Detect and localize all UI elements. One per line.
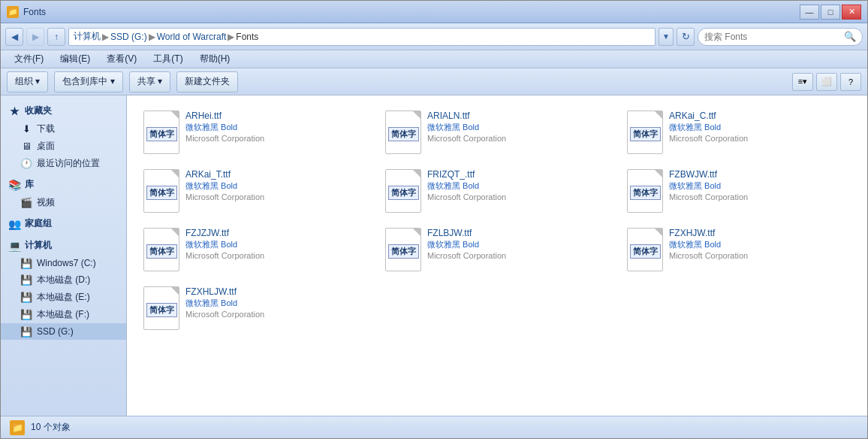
breadcrumb-sep-3: ▶ bbox=[228, 32, 234, 42]
file-detail2-6: Microsoft Corporation bbox=[185, 251, 264, 260]
file-icon-7: 简体字 bbox=[385, 228, 421, 271]
file-icon-corner bbox=[171, 287, 179, 295]
file-info-5: FZBWJW.ttf 微软雅黑 Bold Microsoft Corporati… bbox=[669, 169, 748, 201]
sidebar-homegroup-title[interactable]: 👥 家庭组 bbox=[1, 214, 126, 233]
file-info-0: ARHei.ttf 微软雅黑 Bold Microsoft Corporatio… bbox=[185, 111, 264, 143]
sidebar-section-library: 📚 库 🎬 视频 bbox=[1, 175, 126, 211]
file-name-1[interactable]: ARIALN.ttf bbox=[427, 111, 506, 121]
file-detail1-6: 微软雅黑 Bold bbox=[185, 239, 264, 250]
menu-tools[interactable]: 工具(T) bbox=[146, 51, 190, 67]
status-bar: 📁 10 个对象 bbox=[1, 416, 867, 438]
main-area: ★ 收藏夹 ⬇ 下载 🖥 桌面 🕐 最近访问的位置 bbox=[1, 95, 867, 416]
maximize-button[interactable]: □ bbox=[821, 5, 840, 20]
sidebar-videos-label: 视频 bbox=[37, 196, 55, 209]
sidebar-homegroup-label: 家庭组 bbox=[25, 217, 52, 230]
file-item[interactable]: 简体字 FRIZQT_.ttf 微软雅黑 Bold Microsoft Corp… bbox=[379, 165, 615, 217]
title-bar: 📁 Fonts — □ ✕ bbox=[1, 1, 867, 23]
file-name-3[interactable]: ARKai_T.ttf bbox=[185, 169, 264, 180]
sidebar-item-f[interactable]: 💾 本地磁盘 (F:) bbox=[1, 306, 126, 323]
drive-e-icon: 💾 bbox=[20, 292, 32, 304]
file-item[interactable]: 简体字 ARHei.ttf 微软雅黑 Bold Microsoft Corpor… bbox=[137, 106, 373, 159]
sidebar-library-title[interactable]: 📚 库 bbox=[1, 175, 126, 194]
file-item[interactable]: 简体字 FZBWJW.ttf 微软雅黑 Bold Microsoft Corpo… bbox=[621, 165, 857, 217]
file-detail1-5: 微软雅黑 Bold bbox=[669, 180, 748, 192]
close-button[interactable]: ✕ bbox=[842, 5, 861, 20]
sidebar-item-c[interactable]: 💾 Windows7 (C:) bbox=[1, 255, 126, 271]
file-name-0[interactable]: ARHei.ttf bbox=[185, 111, 264, 121]
minimize-button[interactable]: — bbox=[800, 5, 819, 20]
include-library-button[interactable]: 包含到库中 ▾ bbox=[54, 71, 122, 92]
file-icon-label: 简体字 bbox=[630, 186, 661, 200]
organize-button[interactable]: 组织 ▾ bbox=[7, 71, 48, 92]
sidebar-item-g[interactable]: 💾 SSD (G:) bbox=[1, 323, 126, 340]
file-name-7[interactable]: FZLBJW.ttf bbox=[427, 228, 506, 238]
sidebar: ★ 收藏夹 ⬇ 下载 🖥 桌面 🕐 最近访问的位置 bbox=[1, 95, 127, 416]
sidebar-section-favorites: ★ 收藏夹 ⬇ 下载 🖥 桌面 🕐 最近访问的位置 bbox=[1, 101, 126, 172]
file-item[interactable]: 简体字 ARKai_T.ttf 微软雅黑 Bold Microsoft Corp… bbox=[137, 165, 373, 217]
sidebar-desktop-label: 桌面 bbox=[37, 140, 55, 153]
help-button[interactable]: ? bbox=[840, 73, 861, 91]
sidebar-computer-title[interactable]: 💻 计算机 bbox=[1, 236, 126, 255]
sidebar-item-d[interactable]: 💾 本地磁盘 (D:) bbox=[1, 271, 126, 289]
file-detail1-4: 微软雅黑 Bold bbox=[427, 180, 506, 192]
file-item[interactable]: 简体字 ARIALN.ttf 微软雅黑 Bold Microsoft Corpo… bbox=[379, 106, 615, 159]
file-info-2: ARKai_C.ttf 微软雅黑 Bold Microsoft Corporat… bbox=[669, 111, 748, 143]
breadcrumb-ssd[interactable]: SSD (G:) bbox=[110, 32, 147, 42]
up-button[interactable]: ↑ bbox=[47, 28, 65, 46]
downloads-icon: ⬇ bbox=[20, 123, 32, 135]
desktop-icon: 🖥 bbox=[20, 141, 32, 153]
menu-help[interactable]: 帮助(H) bbox=[192, 51, 238, 67]
file-icon-corner bbox=[655, 229, 662, 236]
file-item[interactable]: 简体字 FZXHJW.ttf 微软雅黑 Bold Microsoft Corpo… bbox=[621, 223, 857, 276]
sidebar-item-recent[interactable]: 🕐 最近访问的位置 bbox=[1, 155, 126, 172]
sidebar-item-e[interactable]: 💾 本地磁盘 (E:) bbox=[1, 289, 126, 306]
file-item[interactable]: 简体字 FZXHLJW.ttf 微软雅黑 Bold Microsoft Corp… bbox=[137, 282, 373, 335]
menu-edit[interactable]: 编辑(E) bbox=[53, 51, 98, 67]
file-icon-label: 简体字 bbox=[146, 244, 177, 259]
file-item[interactable]: 简体字 FZJZJW.ttf 微软雅黑 Bold Microsoft Corpo… bbox=[137, 223, 373, 276]
preview-pane-button[interactable]: ⬜ bbox=[816, 73, 837, 91]
file-name-2[interactable]: ARKai_C.ttf bbox=[669, 111, 748, 121]
status-icon: 📁 bbox=[10, 420, 25, 435]
file-name-9[interactable]: FZXHLJW.ttf bbox=[185, 286, 264, 297]
file-item[interactable]: 简体字 FZLBJW.ttf 微软雅黑 Bold Microsoft Corpo… bbox=[379, 223, 615, 276]
file-info-1: ARIALN.ttf 微软雅黑 Bold Microsoft Corporati… bbox=[427, 111, 506, 143]
share-button[interactable]: 共享 ▾ bbox=[129, 71, 170, 92]
breadcrumb-wow[interactable]: World of Warcraft bbox=[157, 32, 227, 42]
file-icon-3: 简体字 bbox=[143, 169, 179, 213]
sidebar-item-desktop[interactable]: 🖥 桌面 bbox=[1, 138, 126, 155]
file-name-8[interactable]: FZXHJW.ttf bbox=[669, 228, 748, 238]
back-button[interactable]: ◀ bbox=[5, 28, 23, 46]
forward-button[interactable]: ▶ bbox=[26, 28, 44, 46]
sidebar-computer-label: 计算机 bbox=[25, 239, 52, 252]
breadcrumb: 计算机 ▶ SSD (G:) ▶ World of Warcraft ▶ Fon… bbox=[68, 28, 656, 46]
view-options-button[interactable]: ≡▾ bbox=[792, 73, 813, 91]
file-detail2-1: Microsoft Corporation bbox=[427, 134, 506, 143]
file-item[interactable]: 简体字 ARKai_C.ttf 微软雅黑 Bold Microsoft Corp… bbox=[621, 106, 857, 159]
file-icon-label: 简体字 bbox=[388, 186, 419, 200]
breadcrumb-fonts[interactable]: Fonts bbox=[236, 32, 258, 42]
file-name-5[interactable]: FZBWJW.ttf bbox=[669, 169, 748, 180]
search-input[interactable] bbox=[704, 32, 841, 42]
file-icon-corner bbox=[413, 229, 420, 236]
menu-file[interactable]: 文件(F) bbox=[7, 51, 51, 67]
new-folder-button[interactable]: 新建文件夹 bbox=[176, 71, 238, 92]
file-name-6[interactable]: FZJZJW.ttf bbox=[185, 228, 264, 238]
refresh-button[interactable]: ↻ bbox=[677, 28, 695, 46]
homegroup-icon: 👥 bbox=[8, 218, 20, 230]
address-dropdown[interactable]: ▼ bbox=[659, 28, 674, 46]
sidebar-favorites-title[interactable]: ★ 收藏夹 bbox=[1, 101, 126, 120]
file-icon-5: 简体字 bbox=[627, 169, 663, 213]
sidebar-item-downloads[interactable]: ⬇ 下载 bbox=[1, 120, 126, 138]
file-icon-corner bbox=[171, 111, 179, 119]
file-name-4[interactable]: FRIZQT_.ttf bbox=[427, 169, 506, 180]
menu-view[interactable]: 查看(V) bbox=[99, 51, 144, 67]
file-info-9: FZXHLJW.ttf 微软雅黑 Bold Microsoft Corporat… bbox=[185, 286, 264, 319]
file-info-4: FRIZQT_.ttf 微软雅黑 Bold Microsoft Corporat… bbox=[427, 169, 506, 201]
file-icon-corner bbox=[655, 170, 662, 177]
breadcrumb-computer[interactable]: 计算机 bbox=[74, 30, 101, 43]
file-detail1-7: 微软雅黑 Bold bbox=[427, 239, 506, 250]
address-bar: ◀ ▶ ↑ 计算机 ▶ SSD (G:) ▶ World of Warcraft… bbox=[1, 23, 867, 50]
drive-c-icon: 💾 bbox=[20, 257, 32, 269]
sidebar-item-videos[interactable]: 🎬 视频 bbox=[1, 194, 126, 211]
